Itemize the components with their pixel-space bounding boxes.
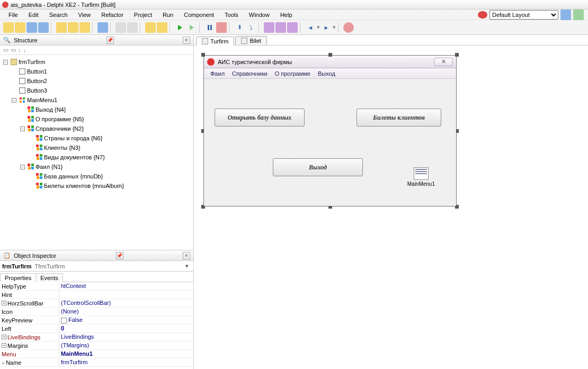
tree-item[interactable]: Виды документов {N7} bbox=[44, 152, 105, 162]
prop-name[interactable]: HelpType bbox=[0, 282, 59, 290]
tree-collapse-icon[interactable]: − bbox=[20, 165, 25, 169]
checkbox-icon[interactable] bbox=[61, 318, 67, 323]
tab-bilet[interactable]: Bilet bbox=[235, 36, 266, 45]
prop-name[interactable]: +LiveBindings bbox=[0, 333, 59, 341]
save-icon[interactable] bbox=[26, 22, 37, 33]
mainmenu-component[interactable]: MainMenu1 bbox=[407, 167, 435, 187]
tb-icon[interactable]: ▭ bbox=[3, 47, 8, 53]
form-window[interactable]: АИС туристической фирмы ✕ Фаил Справочни… bbox=[203, 55, 457, 206]
tree-collapse-icon[interactable]: − bbox=[3, 60, 8, 65]
menu-search[interactable]: Search bbox=[45, 11, 72, 19]
menu-view[interactable]: View bbox=[74, 11, 95, 19]
trace-into-icon[interactable]: ⬇ bbox=[234, 22, 245, 33]
tree-item[interactable]: Страны и города {N6} bbox=[44, 133, 102, 143]
button-open-db[interactable]: Открыть базу данных bbox=[215, 109, 305, 127]
tree-collapse-icon[interactable]: − bbox=[20, 127, 25, 131]
folder3-icon[interactable] bbox=[145, 22, 156, 33]
inspector-object-combo[interactable]: frmTurfirm TfrmTurfirm ▾ bbox=[0, 261, 193, 272]
saveall-icon[interactable] bbox=[38, 22, 49, 33]
folder4-icon[interactable] bbox=[157, 22, 167, 33]
new-icon[interactable] bbox=[3, 22, 14, 33]
resize-handle[interactable] bbox=[328, 53, 332, 57]
prop-val[interactable]: (TMargins) bbox=[59, 341, 193, 349]
prop-name[interactable]: KeyPreview bbox=[0, 316, 59, 324]
close-panel-icon[interactable]: ✕ bbox=[183, 37, 190, 44]
menu-component[interactable]: Component bbox=[180, 11, 218, 19]
nav-fwd-icon[interactable]: ► bbox=[321, 22, 332, 33]
expand-icon[interactable]: + bbox=[2, 335, 6, 339]
tab-properties[interactable]: Properties bbox=[0, 273, 36, 282]
menu-edit[interactable]: Edit bbox=[24, 11, 43, 19]
prop-name[interactable]: Left bbox=[0, 325, 59, 332]
button-exit[interactable]: Выход bbox=[273, 158, 363, 176]
tree-root[interactable]: frmTurfirm bbox=[19, 57, 45, 67]
nav-back-icon[interactable]: ◄ bbox=[305, 22, 316, 33]
form-close-icon[interactable]: ✕ bbox=[434, 58, 453, 66]
menu-tools[interactable]: Tools bbox=[220, 11, 243, 19]
tree-item[interactable]: Фаил {N1} bbox=[35, 162, 63, 172]
folder2-icon[interactable] bbox=[127, 22, 138, 33]
form-titlebar[interactable]: АИС туристической фирмы ✕ bbox=[204, 56, 456, 68]
tree-item[interactable]: О программе {N5} bbox=[35, 114, 84, 124]
prop-val[interactable]: False bbox=[59, 316, 193, 324]
form-menu-item[interactable]: Выход bbox=[315, 69, 338, 78]
pin-icon[interactable]: 📌 bbox=[106, 37, 114, 44]
tree-item[interactable]: Справочники {N2} bbox=[35, 124, 84, 133]
prop-name[interactable]: +HorzScrollBar bbox=[0, 299, 59, 307]
tree-item[interactable]: Button3 bbox=[27, 86, 47, 95]
tree-item[interactable]: Button1 bbox=[27, 67, 47, 76]
layout-select[interactable]: Default Layout bbox=[489, 10, 558, 20]
prop-name[interactable]: +Margins bbox=[0, 341, 59, 349]
expand-icon[interactable]: + bbox=[2, 301, 6, 305]
bp3-icon[interactable] bbox=[287, 22, 298, 33]
globe-icon[interactable] bbox=[478, 11, 487, 19]
form-selection[interactable]: АИС туристической фирмы ✕ Фаил Справочни… bbox=[203, 55, 457, 206]
menu-window[interactable]: Window bbox=[245, 11, 274, 19]
prop-val[interactable]: (None) bbox=[59, 308, 193, 316]
prop-val[interactable]: MainMenu1 bbox=[59, 350, 193, 358]
tree-item[interactable]: Выход {N4} bbox=[35, 105, 66, 114]
tab-turfirm[interactable]: Turfirm bbox=[196, 37, 234, 46]
tb-icon[interactable]: ▭ bbox=[11, 47, 16, 53]
tree-collapse-icon[interactable]: − bbox=[12, 98, 16, 103]
run-icon[interactable] bbox=[175, 22, 185, 33]
tree-item[interactable]: Button2 bbox=[27, 76, 47, 86]
disk-icon[interactable] bbox=[97, 22, 108, 33]
close-panel-icon[interactable]: ✕ bbox=[183, 252, 190, 259]
prop-name[interactable]: Hint bbox=[0, 291, 59, 299]
prop-val[interactable]: (TControlScrollBar) bbox=[59, 299, 193, 307]
form-client-area[interactable]: Открыть базу данных Билеты клиентов Выхо… bbox=[204, 79, 456, 206]
tab-events[interactable]: Events bbox=[35, 273, 63, 282]
tree-item[interactable]: Клиенты {N3} bbox=[44, 143, 81, 152]
resize-handle[interactable] bbox=[201, 53, 205, 57]
inspector-grid[interactable]: HelpTypehtContext Hint +HorzScrollBar(TC… bbox=[0, 282, 193, 369]
tree-item[interactable]: MainMenu1 bbox=[27, 95, 57, 105]
dropdown-icon[interactable]: ▾ bbox=[183, 263, 191, 269]
stop-icon[interactable] bbox=[216, 22, 227, 33]
bp-icon[interactable] bbox=[264, 22, 274, 33]
prop-name[interactable]: » Name bbox=[0, 358, 59, 366]
pin-icon[interactable]: 📌 bbox=[116, 252, 123, 259]
pause-icon[interactable] bbox=[204, 22, 215, 33]
prop-val[interactable]: htContext bbox=[59, 282, 193, 290]
run-nodebug-icon[interactable] bbox=[186, 22, 197, 33]
tree-item[interactable]: Билеты клиентов {mnuAlbum} bbox=[44, 181, 124, 191]
tree-item[interactable]: База данных {mnuDb} bbox=[44, 172, 103, 181]
folder1-icon[interactable] bbox=[115, 22, 126, 33]
prop-name[interactable]: Icon bbox=[0, 308, 59, 316]
form-menu-item[interactable]: О программе bbox=[272, 69, 314, 78]
down-icon[interactable]: ↓ bbox=[23, 47, 26, 53]
globe2-icon[interactable] bbox=[343, 22, 354, 33]
prop-val[interactable] bbox=[59, 291, 193, 299]
save-layout-icon[interactable] bbox=[560, 10, 571, 20]
open-project-icon[interactable] bbox=[56, 22, 67, 33]
prop-val[interactable]: LiveBindings bbox=[59, 333, 193, 341]
remove-icon[interactable] bbox=[79, 22, 90, 33]
form-menu-item[interactable]: Справочники bbox=[229, 69, 271, 78]
menu-refactor[interactable]: Refactor bbox=[97, 11, 128, 19]
form-menu-item[interactable]: Фаил bbox=[207, 69, 228, 78]
expand-icon[interactable]: + bbox=[2, 343, 6, 348]
up-icon[interactable]: ↑ bbox=[18, 47, 21, 53]
bp2-icon[interactable] bbox=[275, 22, 286, 33]
add-icon[interactable] bbox=[68, 22, 78, 33]
